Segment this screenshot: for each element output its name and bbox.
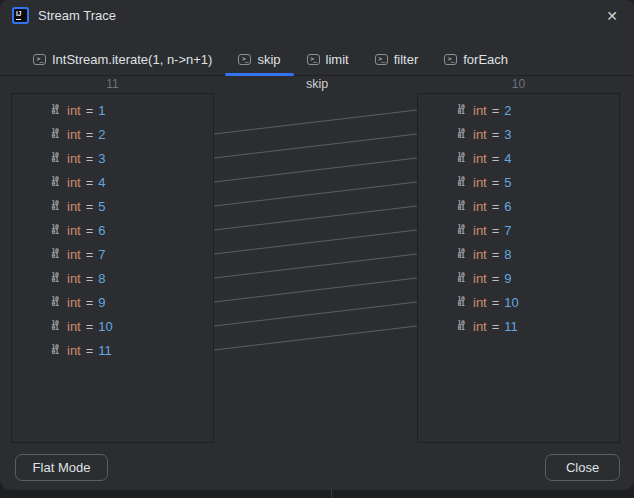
value-number: 10 [98,319,112,334]
value-type: int [67,247,81,262]
value-number: 2 [504,103,511,118]
value-type: int [473,295,487,310]
value-item[interactable]: 1001int=11 [12,338,213,362]
equals-sign: = [86,127,94,142]
value-mapping-line [214,206,417,230]
tab-foreach[interactable]: >_ forEach [431,44,521,75]
value-item[interactable]: 1001int=8 [418,242,619,266]
after-values-panel[interactable]: 1001int=21001int=31001int=41001int=51001… [417,93,620,443]
value-type: int [473,175,487,190]
tab-intstream-iterate[interactable]: >_ IntStream.iterate(1, n->n+1) [20,44,225,75]
value-number: 1 [98,103,105,118]
logo-letters: IJ [16,10,21,17]
primitive-value-icon: 1001 [454,177,468,188]
value-type: int [473,127,487,142]
value-number: 9 [504,271,511,286]
value-type: int [473,151,487,166]
value-item[interactable]: 1001int=6 [12,218,213,242]
value-item[interactable]: 1001int=7 [12,242,213,266]
value-number: 9 [98,295,105,310]
value-item[interactable]: 1001int=10 [418,290,619,314]
value-item[interactable]: 1001int=2 [12,122,213,146]
value-mapping-line [214,254,417,278]
primitive-value-icon: 1001 [48,105,62,116]
equals-sign: = [86,223,94,238]
stream-op-icon: >_ [33,54,46,65]
value-item[interactable]: 1001int=6 [418,194,619,218]
equals-sign: = [492,175,500,190]
value-item[interactable]: 1001int=4 [12,170,213,194]
value-number: 5 [504,175,511,190]
equals-sign: = [492,103,500,118]
primitive-value-icon: 1001 [48,273,62,284]
primitive-value-icon: 1001 [454,225,468,236]
value-item[interactable]: 1001int=9 [418,266,619,290]
value-number: 8 [98,271,105,286]
value-type: int [67,151,81,166]
tab-label: filter [394,52,419,67]
equals-sign: = [492,199,500,214]
value-item[interactable]: 1001int=7 [418,218,619,242]
equals-sign: = [492,271,500,286]
value-type: int [473,271,487,286]
value-type: int [67,103,81,118]
value-item[interactable]: 1001int=5 [418,170,619,194]
value-number: 10 [504,295,518,310]
value-type: int [67,295,81,310]
value-item[interactable]: 1001int=3 [418,122,619,146]
value-mapping-line [214,302,417,326]
equals-sign: = [492,223,500,238]
value-type: int [67,199,81,214]
stream-trace-dialog: IJ Stream Trace ✕ >_ IntStream.iterate(1… [0,0,634,498]
primitive-value-icon: 1001 [454,201,468,212]
value-mapping-line [214,230,417,254]
value-type: int [473,199,487,214]
primitive-value-icon: 1001 [48,225,62,236]
equals-sign: = [86,175,94,190]
value-item[interactable]: 1001int=8 [12,266,213,290]
equals-sign: = [86,343,94,358]
flat-mode-button[interactable]: Flat Mode [15,454,108,481]
value-type: int [67,127,81,142]
tab-label: skip [257,52,280,67]
equals-sign: = [492,247,500,262]
close-icon[interactable]: ✕ [602,6,622,26]
tab-filter[interactable]: >_ filter [362,44,432,75]
value-item[interactable]: 1001int=10 [12,314,213,338]
primitive-value-icon: 1001 [48,321,62,332]
dialog-surface: IJ Stream Trace ✕ >_ IntStream.iterate(1… [0,0,634,490]
primitive-value-icon: 1001 [454,105,468,116]
value-number: 11 [504,319,518,334]
title-bar: IJ Stream Trace ✕ [0,0,634,32]
stream-op-icon: >_ [307,54,320,65]
equals-sign: = [86,319,94,334]
value-item[interactable]: 1001int=3 [12,146,213,170]
primitive-value-icon: 1001 [48,345,62,356]
value-number: 5 [98,199,105,214]
stream-op-icon: >_ [238,54,251,65]
value-type: int [67,343,81,358]
value-number: 6 [504,199,511,214]
value-item[interactable]: 1001int=5 [12,194,213,218]
value-item[interactable]: 1001int=11 [418,314,619,338]
value-mapping-line [214,182,417,206]
value-type: int [67,175,81,190]
dialog-title: Stream Trace [38,8,116,23]
value-type: int [67,223,81,238]
equals-sign: = [86,103,94,118]
primitive-value-icon: 1001 [48,249,62,260]
value-item[interactable]: 1001int=1 [12,98,213,122]
equals-sign: = [86,199,94,214]
value-item[interactable]: 1001int=2 [418,98,619,122]
tab-skip[interactable]: >_ skip [225,44,293,75]
value-number: 8 [504,247,511,262]
before-values-panel[interactable]: 1001int=11001int=21001int=31001int=41001… [11,93,214,443]
intellij-logo-icon: IJ [12,7,29,24]
value-type: int [473,247,487,262]
value-item[interactable]: 1001int=9 [12,290,213,314]
value-number: 2 [98,127,105,142]
close-button[interactable]: Close [545,454,620,481]
tab-limit[interactable]: >_ limit [294,44,362,75]
stream-op-icon: >_ [444,54,457,65]
value-item[interactable]: 1001int=4 [418,146,619,170]
